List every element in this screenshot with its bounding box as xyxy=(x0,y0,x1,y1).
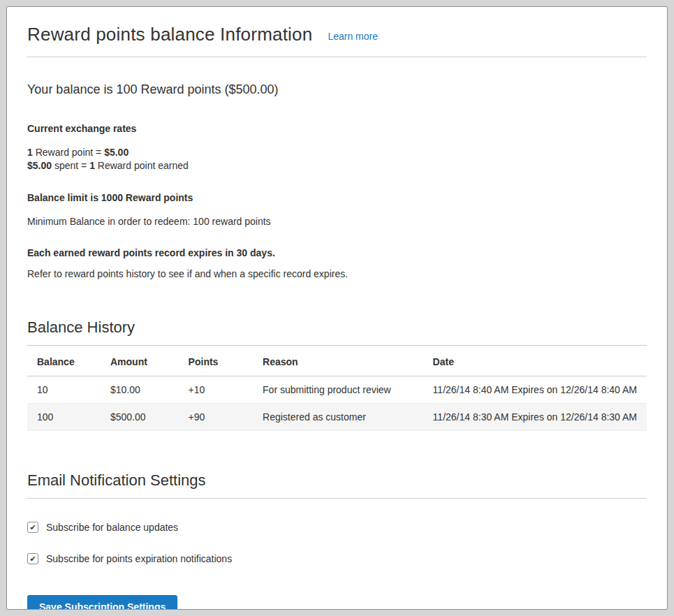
text-segment: Reward point earned xyxy=(95,160,189,171)
cell-date: 11/26/14 8:30 AM Expires on 12/26/14 8:3… xyxy=(423,404,647,431)
text-segment: $5.00 xyxy=(104,147,129,158)
cell-reason: For submitting product review xyxy=(253,376,423,404)
subscribe-expiration-checkbox[interactable] xyxy=(27,553,38,564)
text-segment: Reward point = xyxy=(33,147,104,158)
cell-balance: 10 xyxy=(27,376,101,404)
page-header: Reward points balance Information Learn … xyxy=(27,24,647,57)
minimum-balance-text: Minimum Balance in order to redeem: 100 … xyxy=(27,215,647,228)
email-settings-heading: Email Notification Settings xyxy=(27,471,647,499)
text-segment: 1 xyxy=(27,147,33,158)
balance-history-section: Balance History Balance Amount Points Re… xyxy=(27,318,647,431)
subscribe-balance-checkbox[interactable] xyxy=(27,522,38,533)
text-segment: spent = xyxy=(52,160,89,171)
page-background: Reward points balance Information Learn … xyxy=(0,0,674,616)
expiration-text: Each earned reward points record expires… xyxy=(27,247,647,260)
cell-amount: $500.00 xyxy=(101,404,179,431)
reward-points-panel: Reward points balance Information Learn … xyxy=(6,6,668,610)
balance-history-table: Balance Amount Points Reason Date 10 $10… xyxy=(27,346,647,431)
exchange-rate-line-2: $5.00 spent = 1 Reward point earned xyxy=(27,159,647,173)
subscribe-balance-label[interactable]: Subscribe for balance updates xyxy=(46,522,178,533)
subscribe-expiration-label[interactable]: Subscribe for points expiration notifica… xyxy=(46,553,232,564)
column-header-date: Date xyxy=(423,346,647,376)
column-header-reason: Reason xyxy=(253,346,423,376)
cell-reason: Registered as customer xyxy=(253,404,423,431)
email-notification-section: Email Notification Settings Subscribe fo… xyxy=(27,471,647,610)
save-subscription-button[interactable]: Save Subscription Settings xyxy=(27,595,177,610)
balance-history-heading: Balance History xyxy=(27,318,647,346)
cell-amount: $10.00 xyxy=(101,376,179,404)
exchange-rates-heading: Current exchange rates xyxy=(27,122,647,135)
exchange-rate-line-1: 1 Reward point = $5.00 xyxy=(27,146,647,159)
text-segment: 1 xyxy=(89,160,95,171)
subscribe-expiration-option: Subscribe for points expiration notifica… xyxy=(27,553,647,564)
cell-date: 11/26/14 8:40 AM Expires on 12/26/14 8:4… xyxy=(423,376,647,404)
balance-limit-text: Balance limit is 1000 Reward points xyxy=(27,191,647,205)
learn-more-link[interactable]: Learn more xyxy=(328,31,378,42)
cell-balance: 100 xyxy=(27,404,101,431)
subscribe-balance-option: Subscribe for balance updates xyxy=(27,522,647,533)
table-header-row: Balance Amount Points Reason Date xyxy=(27,346,647,376)
column-header-points: Points xyxy=(179,346,253,376)
cell-points: +10 xyxy=(179,376,253,404)
text-segment: $5.00 xyxy=(27,160,52,171)
balance-summary: Your balance is 100 Reward points ($500.… xyxy=(27,82,647,97)
page-title: Reward points balance Information xyxy=(27,24,312,45)
column-header-balance: Balance xyxy=(27,346,101,376)
cell-points: +90 xyxy=(179,404,253,431)
column-header-amount: Amount xyxy=(101,346,179,376)
table-row: 10 $10.00 +10 For submitting product rev… xyxy=(27,376,647,404)
table-row: 100 $500.00 +90 Registered as customer 1… xyxy=(27,404,647,431)
expiration-note-text: Refer to reward points history to see if… xyxy=(27,267,647,281)
